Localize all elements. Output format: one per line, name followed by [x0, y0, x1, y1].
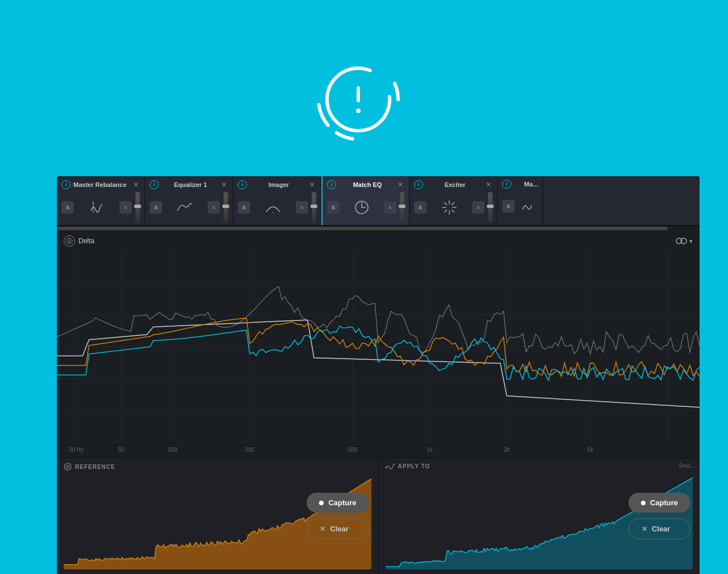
- freq-label-20hz: 20 Hz: [69, 447, 84, 453]
- svg-point-21: [64, 463, 71, 470]
- menu-btn-1[interactable]: ≡: [208, 201, 220, 214]
- plugin-icon-match-eq: [343, 198, 380, 217]
- info-btn-match-eq[interactable]: i: [327, 180, 336, 189]
- freq-label-50: 50: [118, 447, 124, 453]
- close-btn-exciter[interactable]: ✕: [485, 180, 493, 190]
- freq-label-1k: 1k: [427, 447, 433, 453]
- capture-dot-apply: [641, 501, 646, 505]
- svg-line-14: [445, 203, 447, 205]
- apply-panel: APPLY TO Smo... Capture ✕ Clear: [379, 458, 700, 574]
- fader-exciter[interactable]: [488, 192, 493, 223]
- plugin-slot-match-eq[interactable]: i Match EQ ✕ S ≡: [321, 176, 410, 225]
- top-icon-area: [307, 34, 421, 159]
- menu-btn-3[interactable]: ≡: [384, 201, 396, 214]
- fader-match-eq[interactable]: [400, 192, 404, 223]
- eq-display: Delta ▾ 20 Hz 50 100 200 500 1k 2k 5k: [57, 231, 700, 457]
- apply-capture-button[interactable]: Capture: [628, 493, 690, 513]
- close-btn-equalizer-1[interactable]: ✕: [220, 180, 228, 190]
- plugin-icon-imager: [254, 201, 292, 214]
- eq-canvas: [57, 251, 700, 442]
- plugin-slot-exciter[interactable]: i Exciter ✕ S: [410, 176, 498, 225]
- s-btn-4[interactable]: S: [414, 201, 427, 214]
- svg-line-15: [452, 210, 454, 213]
- scrollbar-thumb: [57, 227, 668, 230]
- menu-btn-0[interactable]: ≡: [119, 201, 132, 214]
- plugin-icon-equalizer-1: [166, 201, 204, 214]
- plugin-chain: i Master Rebalance ✕ S ≡: [57, 176, 700, 226]
- reference-panel-label: REFERENCE: [64, 463, 371, 471]
- apply-panel-label: APPLY TO: [386, 463, 693, 469]
- apply-panel-buttons: Capture ✕ Clear: [628, 493, 690, 539]
- capture-dot-ref: [319, 501, 324, 505]
- frequency-labels: 20 Hz 50 100 200 500 1k 2k 5k: [57, 442, 700, 457]
- bottom-section: REFERENCE Capture ✕ Clear: [57, 457, 700, 574]
- reference-capture-button[interactable]: Capture: [307, 493, 369, 513]
- reference-panel: REFERENCE Capture ✕ Clear: [57, 458, 379, 574]
- svg-point-3: [356, 109, 361, 113]
- eq-waveform-canvas: [57, 251, 700, 442]
- eq-toolbar: Delta ▾: [57, 231, 700, 251]
- delta-icon: [64, 235, 75, 247]
- info-btn-master-rebalance[interactable]: i: [61, 180, 71, 189]
- freq-label-5k: 5k: [588, 447, 594, 453]
- freq-label-2k: 2k: [504, 447, 510, 453]
- svg-point-24: [393, 464, 395, 465]
- s-btn-2[interactable]: S: [238, 201, 250, 214]
- s-btn-1[interactable]: S: [150, 201, 162, 214]
- menu-btn-2[interactable]: ≡: [296, 201, 308, 214]
- plugin-slot-equalizer-1[interactable]: i Equalizer 1 ✕ S ≡: [145, 176, 233, 225]
- reference-panel-buttons: Capture ✕ Clear: [307, 493, 369, 539]
- plugin-label-master-2: Ma...: [524, 181, 538, 188]
- s-btn-3[interactable]: S: [327, 201, 340, 214]
- info-circle-icon: [313, 45, 415, 148]
- channel-label: ▾: [689, 238, 693, 245]
- smooth-label: Smo...: [679, 463, 695, 469]
- clear-x-icon-apply: ✕: [642, 525, 647, 533]
- plugin-slot-imager[interactable]: i Imager ✕ S ≡: [233, 176, 321, 225]
- delta-label: Delta: [78, 237, 94, 245]
- plugin-label-master-rebalance: Master Rebalance: [73, 181, 127, 188]
- svg-line-17: [445, 210, 447, 213]
- fader-imager[interactable]: [312, 192, 316, 223]
- reference-clear-button[interactable]: ✕ Clear: [307, 518, 369, 539]
- plugin-label-match-eq: Match EQ: [353, 181, 382, 188]
- close-btn-match-eq[interactable]: ✕: [396, 180, 404, 190]
- s-btn-0[interactable]: S: [61, 201, 74, 214]
- info-btn-imager[interactable]: i: [238, 180, 247, 189]
- info-btn-equalizer-1[interactable]: i: [150, 180, 159, 189]
- plugin-slot-master-2[interactable]: i Ma... S: [498, 176, 543, 225]
- fader-equalizer-1[interactable]: [224, 192, 228, 223]
- delta-button[interactable]: Delta: [64, 235, 94, 247]
- plugin-label-imager: Imager: [268, 181, 289, 188]
- fader-master-rebalance[interactable]: [135, 192, 140, 223]
- s-btn-5[interactable]: S: [502, 200, 515, 213]
- apply-clear-button[interactable]: ✕ Clear: [628, 518, 690, 539]
- plugin-icon-master-rebalance: [77, 199, 116, 215]
- menu-btn-4[interactable]: ≡: [472, 201, 485, 214]
- plugin-label-exciter: Exciter: [445, 181, 466, 188]
- plugin-icon-exciter: [430, 199, 469, 215]
- plugin-icon-master-2: [518, 199, 538, 213]
- info-btn-exciter[interactable]: i: [414, 180, 423, 189]
- plugin-window: i Master Rebalance ✕ S ≡: [57, 176, 700, 574]
- close-btn-imager[interactable]: ✕: [308, 180, 316, 190]
- plugin-chain-scrollbar[interactable]: [57, 226, 700, 231]
- plugin-label-equalizer-1: Equalizer 1: [174, 181, 207, 188]
- svg-line-16: [452, 203, 454, 205]
- channel-selector[interactable]: ▾: [676, 237, 693, 245]
- freq-label-500: 500: [348, 447, 357, 453]
- info-btn-master-2[interactable]: i: [502, 180, 511, 189]
- plugin-slot-master-rebalance[interactable]: i Master Rebalance ✕ S ≡: [57, 176, 145, 225]
- svg-point-22: [67, 465, 69, 468]
- svg-rect-2: [357, 86, 360, 102]
- freq-label-200: 200: [245, 447, 255, 453]
- freq-label-100: 100: [168, 447, 177, 453]
- close-btn-master-rebalance[interactable]: ✕: [132, 180, 140, 190]
- clear-x-icon-ref: ✕: [320, 525, 325, 533]
